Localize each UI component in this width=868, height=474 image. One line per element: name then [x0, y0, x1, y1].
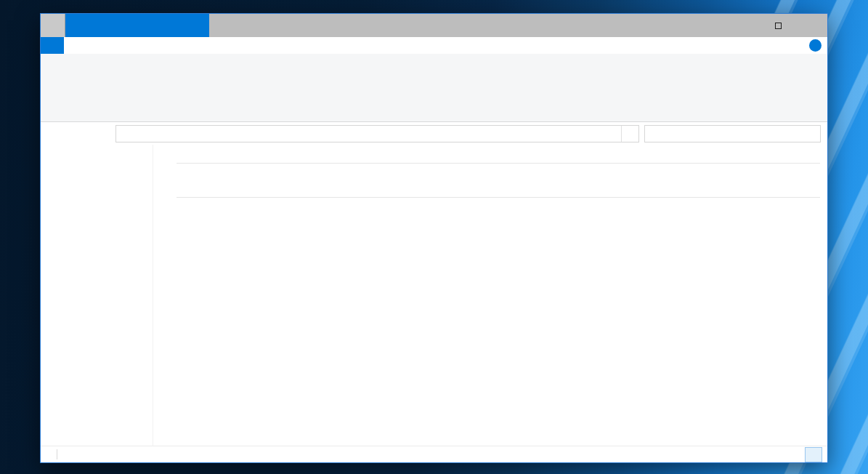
up-button[interactable] [94, 125, 113, 142]
new-tab-button[interactable] [209, 14, 235, 37]
sidebar [41, 145, 153, 446]
file-explorer-window [40, 13, 828, 463]
navigation-row [41, 122, 827, 145]
titlebar-drag-area [235, 14, 729, 37]
tab-soubor[interactable] [41, 37, 64, 54]
forward-button[interactable] [63, 125, 81, 142]
address-bar[interactable] [115, 125, 639, 142]
window-stack-button[interactable] [41, 14, 65, 37]
section-recent-files [163, 189, 820, 205]
refresh-icon[interactable] [621, 126, 637, 142]
details-view-icon[interactable] [787, 448, 803, 462]
status-bar [41, 446, 827, 462]
desktop-background [0, 0, 868, 474]
recent-locations-icon[interactable] [83, 125, 93, 142]
address-dropdown-icon[interactable] [601, 126, 617, 142]
ribbon-tab-row [41, 37, 827, 54]
large-icons-view-icon[interactable] [806, 448, 822, 462]
back-button[interactable] [44, 125, 62, 142]
section-frequent-folders [163, 155, 820, 171]
maximize-icon [775, 23, 782, 29]
search-box[interactable] [644, 125, 821, 142]
help-icon[interactable] [809, 39, 822, 52]
maximize-button[interactable] [762, 14, 795, 37]
main-area [41, 145, 827, 446]
content-pane [153, 145, 827, 446]
ribbon-groups [41, 54, 827, 122]
titlebar [41, 14, 827, 37]
minimize-button[interactable] [729, 14, 762, 37]
explorer-tab[interactable] [65, 14, 209, 37]
close-button[interactable] [795, 14, 827, 37]
